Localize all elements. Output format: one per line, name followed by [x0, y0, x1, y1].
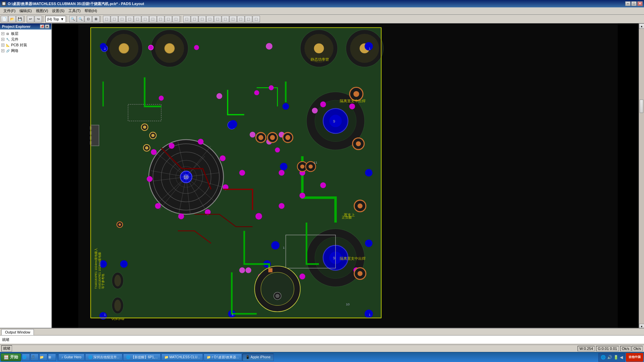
toolbar-btn-p[interactable]: ⬚ [222, 16, 229, 22]
toolbar-btn-b[interactable]: ⬚ [111, 16, 118, 22]
menu-file[interactable]: 文件(F) [1, 8, 17, 14]
toolbar-undo[interactable]: ↩ [27, 16, 34, 22]
svg-text:1: 1 [104, 47, 106, 50]
toolbar-sep3 [67, 16, 68, 22]
expand-network[interactable]: + [1, 49, 4, 52]
toolbar-btn-l[interactable]: ⬚ [191, 16, 198, 22]
svg-point-104 [300, 274, 305, 279]
svg-point-8 [165, 43, 175, 53]
maximize-button[interactable]: □ [631, 1, 637, 6]
tray-network[interactable]: 🌐 [601, 355, 606, 360]
output-tab[interactable]: Output Window [1, 329, 34, 335]
svg-point-48 [155, 203, 161, 209]
svg-text:隔离置支中出焊: 隔离置支中出焊 [340, 256, 366, 260]
layer-selector[interactable]: (H) Top ▼ [45, 16, 66, 22]
window-title-text: O:\桌面\效果器\MATCHLESS CLUBMAN 35\后级\干烧蒸汽机.… [8, 1, 144, 6]
minimize-button[interactable]: − [625, 1, 631, 6]
tray-arrow[interactable]: ◀ [620, 355, 623, 360]
quicklaunch-folder[interactable]: 📁 [39, 354, 47, 361]
new-post-label: 【新提醒】6P1,... [131, 355, 158, 360]
toolbar-btn-a[interactable]: ⬚ [103, 16, 110, 22]
start-button[interactable]: 🪟 开始 [1, 353, 21, 361]
toolbar-btn-q[interactable]: ⬚ [229, 16, 237, 22]
toolbar-btn-e[interactable]: ⬚ [134, 16, 141, 22]
toolbar-btn-k[interactable]: ⬚ [183, 16, 191, 22]
toolbar-btn-c[interactable]: ⬚ [118, 16, 126, 22]
output-content: 就绪 [0, 335, 644, 344]
toolbar-btn-o[interactable]: ⬚ [214, 16, 221, 22]
tree-item-components[interactable]: + 🔧 元件 [1, 37, 50, 42]
svg-point-112 [258, 135, 263, 140]
taskbar-desktop-folder[interactable]: 📁 r O:\桌面\效果器... [204, 354, 242, 361]
tree-item-layers[interactable]: + ⊟ 板层 [1, 31, 50, 37]
toolbar-save[interactable]: 💾 [16, 16, 23, 22]
svg-point-65 [151, 134, 155, 137]
taskbar-matchless[interactable]: 📁 MATCHLESS CLU... [161, 354, 203, 361]
menu-tools[interactable]: 工具(T) [66, 8, 83, 14]
quicklaunch-extra[interactable]: ⊞ [48, 354, 56, 361]
toolbar-btn-d[interactable]: ⬚ [126, 16, 133, 22]
menu-view[interactable]: 视图(V) [34, 8, 50, 14]
svg-point-19 [266, 43, 273, 50]
toolbar-btn-f[interactable]: ⬚ [142, 16, 149, 22]
svg-point-160 [120, 260, 127, 268]
quicklaunch-ie[interactable]: 🌐 [22, 354, 30, 361]
toolbar-redo[interactable]: ↪ [35, 16, 42, 22]
close-button[interactable]: ✕ [637, 1, 643, 6]
toolbar-btn-s[interactable]: ⬚ [245, 16, 252, 22]
pcb-canvas-area[interactable]: 10 9 9 [52, 23, 644, 335]
toolbar-zoom-fit[interactable]: ⊡ [85, 16, 92, 22]
scroll-up-button[interactable]: ▲ [639, 23, 644, 29]
tray-volume[interactable]: 🔊 [607, 355, 612, 360]
toolbar-btn-t[interactable]: ⬚ [253, 16, 260, 22]
svg-point-17 [148, 45, 153, 50]
toolbar-zoom-area[interactable]: ⊞ [92, 16, 100, 22]
pe-pin-button[interactable]: 📌 [40, 24, 44, 28]
pe-close-button[interactable]: ✕ [45, 24, 49, 28]
toolbar-btn-n[interactable]: ⬚ [206, 16, 214, 22]
toolbar-btn-g[interactable]: ⬚ [149, 16, 157, 22]
tray-battery[interactable]: 🔋 [613, 355, 619, 360]
svg-point-114 [354, 91, 359, 97]
toolbar-btn-r[interactable]: ⬚ [237, 16, 245, 22]
guitar-china-icon: 🌐 [88, 355, 92, 359]
svg-rect-167 [268, 268, 272, 272]
tree-item-network[interactable]: + 🔗 网络 [1, 48, 50, 54]
title-bar: 🔲 O:\桌面\效果器\MATCHLESS CLUBMAN 35\后级\干烧蒸汽… [0, 0, 644, 7]
menu-edit[interactable]: 编辑(E) [17, 8, 34, 14]
menu-help[interactable]: 帮助(H) [83, 8, 99, 14]
svg-point-118 [300, 165, 304, 169]
svg-text:1: 1 [283, 246, 285, 249]
taskbar-guitar-china[interactable]: 🌐 深圳吉他报流市... [85, 354, 122, 361]
toolbar-sep1 [24, 16, 26, 22]
toolbar-zoom-in[interactable]: 🔍 [69, 16, 76, 22]
taskbar-new-post[interactable]: 🌐 【新提醒】6P1,... [123, 354, 161, 361]
toolbar-btn-j[interactable]: ⬚ [172, 16, 180, 22]
output-tabs: Output Window [0, 328, 644, 335]
toolbar-zoom-out[interactable]: 🔍 [77, 16, 84, 22]
svg-point-85 [254, 90, 259, 95]
taskbar-guitar-hero[interactable]: ♪ Guitar Hero [58, 354, 85, 361]
expand-pcb[interactable]: + [1, 44, 4, 47]
project-explorer-title: Project Explorer 📌 ✕ [0, 23, 51, 29]
ok-display: Ok/s Ok/s [620, 346, 643, 351]
toolbar-btn-m[interactable]: ⬚ [199, 16, 206, 22]
menu-settings[interactable]: 设置(S) [50, 8, 66, 14]
v-scrollbar[interactable]: ▲ ▼ [639, 23, 644, 329]
guitar-china-label: 深圳吉他报流市... [93, 355, 119, 360]
taskbar-apple-iphone[interactable]: 📱 Apple iPhone [243, 354, 274, 361]
expand-layers[interactable]: + [1, 32, 4, 35]
svg-point-96 [320, 102, 326, 107]
toolbar-open[interactable]: 📂 [8, 16, 16, 22]
expand-components[interactable]: + [1, 38, 4, 41]
quicklaunch-media[interactable]: 🎵 [31, 354, 39, 361]
toolbar-btn-h[interactable]: ⬚ [157, 16, 164, 22]
g-label: G:0.01 0.01 [598, 347, 617, 351]
window-controls: − □ ✕ [625, 1, 643, 6]
tree-item-pcb-encap[interactable]: + 📐 PCB 封装 [1, 42, 50, 48]
scroll-thumb-v[interactable] [640, 100, 643, 113]
svg-text:10: 10 [346, 302, 350, 306]
toolbar-btn-i[interactable]: ⬚ [165, 16, 172, 22]
toolbar-new[interactable]: 📄 [1, 16, 8, 22]
guitar-china-logo[interactable]: 吉他中国 [626, 353, 643, 362]
